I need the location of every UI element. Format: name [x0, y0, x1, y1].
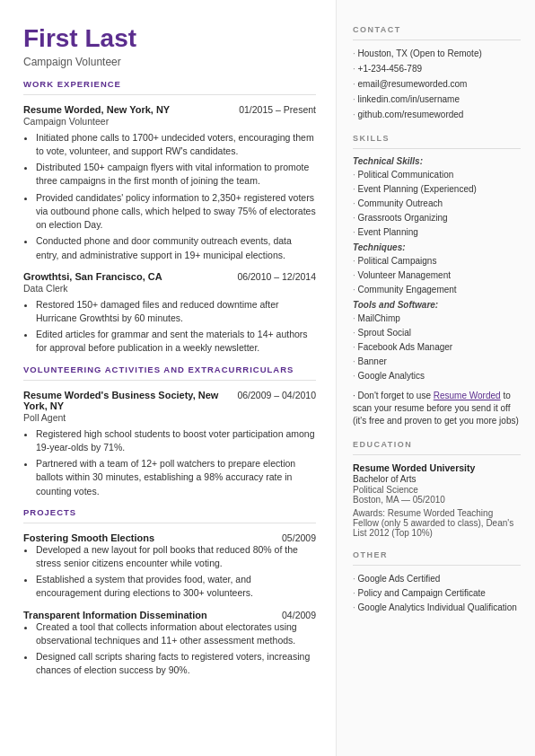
job-2-company: Growthtsi, San Francisco, CA	[23, 271, 162, 282]
project-2-bullet-1: Created a tool that collects information…	[36, 620, 316, 647]
project-2-header: Transparent Information Dissemination 04…	[23, 610, 316, 620]
volunteer-1-position: Poll Agent	[23, 412, 316, 423]
project-2-bullet-2: Designed call scripts sharing facts to r…	[36, 650, 316, 677]
volunteer-1: Resume Worded's Business Society, New Yo…	[23, 390, 316, 498]
job-2-position: Data Clerk	[23, 283, 316, 294]
volunteering-heading: Volunteering Activities and Extracurricu…	[23, 365, 316, 374]
contact-heading: Contact	[353, 25, 521, 34]
project-1: Fostering Smooth Elections 05/2009 Devel…	[23, 532, 316, 601]
resume-worded-note: · Don't forget to use Resume Worded to s…	[353, 390, 521, 427]
project-2-bullets: Created a tool that collects information…	[23, 620, 316, 678]
tool-2: Sprout Social	[353, 327, 521, 339]
education-section: Education Resume Worded University Bache…	[353, 440, 521, 538]
project-1-bullet-1: Developed a new layout for poll books th…	[36, 543, 316, 570]
contact-3: email@resumeworded.com	[353, 78, 521, 91]
contact-4: linkedin.com/in/username	[353, 93, 521, 106]
right-column: Contact Houston, TX (Open to Remote) +1-…	[337, 0, 535, 756]
job-1-bullet-4: Conducted phone and door community outre…	[36, 234, 316, 261]
tech-skill-5: Event Planning	[353, 226, 521, 239]
work-divider	[23, 94, 316, 95]
job-1-bullet-2: Distributed 150+ campaign flyers with vi…	[36, 161, 316, 188]
volunteer-1-bullet-2: Partnered with a team of 12+ poll watche…	[36, 457, 316, 498]
projects-heading: Projects	[23, 507, 316, 517]
edu-degree: Bachelor of Arts	[353, 474, 521, 484]
resume-page: First Last Campaign Volunteer Work Exper…	[0, 0, 535, 756]
technique-3: Community Engagement	[353, 284, 521, 296]
projects-divider	[23, 523, 316, 523]
work-experience-heading: Work Experience	[23, 79, 316, 89]
tools-label: Tools and Software:	[353, 300, 521, 310]
resume-worded-link[interactable]: Resume Worded	[434, 391, 501, 400]
job-2: Growthtsi, San Francisco, CA 06/2010 – 1…	[23, 271, 316, 356]
contact-5: github.com/resumeworded	[353, 109, 521, 121]
tool-1: MailChimp	[353, 312, 521, 325]
contact-section: Contact Houston, TX (Open to Remote) +1-…	[353, 25, 521, 121]
volunteer-1-company: Resume Worded's Business Society, New Yo…	[23, 390, 230, 411]
technique-2: Volunteer Management	[353, 269, 521, 282]
edu-field: Political Science	[353, 485, 521, 495]
job-1-bullets: Initiated phone calls to 1700+ undecided…	[23, 131, 316, 262]
left-column: First Last Campaign Volunteer Work Exper…	[0, 0, 337, 756]
job-2-dates: 06/2010 – 12/2014	[237, 271, 316, 282]
job-2-bullets: Restored 150+ damaged files and reduced …	[23, 298, 316, 356]
contact-1: Houston, TX (Open to Remote)	[353, 48, 521, 60]
volunteer-1-dates: 06/2009 – 04/2010	[237, 390, 316, 400]
technical-label: Technical Skills:	[353, 156, 521, 166]
skills-divider	[353, 148, 521, 149]
volunteer-1-header: Resume Worded's Business Society, New Yo…	[23, 390, 316, 411]
volunteer-1-bullet-1: Registered high school students to boost…	[36, 427, 316, 454]
job-1-dates: 01/2015 – Present	[239, 104, 316, 115]
edu-awards: Awards: Resume Worded Teaching Fellow (o…	[353, 508, 521, 538]
volunteering-divider	[23, 380, 316, 381]
job-1-company: Resume Worded, New York, NY	[23, 104, 170, 115]
technique-1: Political Campaigns	[353, 255, 521, 268]
tech-skill-1: Political Communication	[353, 169, 521, 181]
candidate-title: Campaign Volunteer	[23, 56, 316, 68]
candidate-name: First Last	[23, 25, 316, 53]
contact-2: +1-234-456-789	[353, 63, 521, 75]
education-divider	[353, 454, 521, 455]
job-2-bullet-2: Edited articles for grammar and sent the…	[36, 328, 316, 355]
contact-divider	[353, 40, 521, 40]
other-2: Policy and Campaign Certificate	[353, 587, 521, 600]
tool-4: Banner	[353, 356, 521, 368]
tech-skill-4: Grassroots Organizing	[353, 212, 521, 224]
job-1-bullet-3: Provided candidates' policy information …	[36, 191, 316, 233]
note-prefix: · Don't forget to use	[353, 391, 434, 400]
project-1-bullet-2: Established a system that provides food,…	[36, 573, 316, 600]
other-divider	[353, 565, 521, 566]
job-1-header: Resume Worded, New York, NY 01/2015 – Pr…	[23, 104, 316, 115]
project-2-date: 04/2009	[282, 610, 316, 620]
volunteer-1-bullets: Registered high school students to boost…	[23, 427, 316, 498]
project-1-bullets: Developed a new layout for poll books th…	[23, 543, 316, 601]
tool-3: Facebook Ads Manager	[353, 341, 521, 354]
tech-skill-2: Event Planning (Experienced)	[353, 183, 521, 196]
job-1-position: Campaign Volunteer	[23, 116, 316, 127]
other-heading: Other	[353, 550, 521, 559]
skills-heading: Skills	[353, 134, 521, 143]
tech-skill-3: Community Outreach	[353, 198, 521, 210]
job-1: Resume Worded, New York, NY 01/2015 – Pr…	[23, 104, 316, 262]
education-heading: Education	[353, 440, 521, 449]
tool-5: Google Analytics	[353, 370, 521, 382]
job-1-bullet-1: Initiated phone calls to 1700+ undecided…	[36, 131, 316, 158]
other-3: Google Analytics Individual Qualificatio…	[353, 602, 521, 614]
techniques-label: Techniques:	[353, 242, 521, 252]
other-1: Google Ads Certified	[353, 573, 521, 585]
skills-section: Skills Technical Skills: Political Commu…	[353, 134, 521, 427]
other-section: Other Google Ads Certified Policy and Ca…	[353, 550, 521, 614]
edu-location-date: Boston, MA — 05/2010	[353, 495, 521, 505]
project-2: Transparent Information Dissemination 04…	[23, 610, 316, 678]
project-1-date: 05/2009	[282, 532, 316, 543]
job-2-bullet-1: Restored 150+ damaged files and reduced …	[36, 298, 316, 325]
job-2-header: Growthtsi, San Francisco, CA 06/2010 – 1…	[23, 271, 316, 282]
project-2-name: Transparent Information Dissemination	[23, 610, 207, 620]
project-1-header: Fostering Smooth Elections 05/2009	[23, 532, 316, 543]
project-1-name: Fostering Smooth Elections	[23, 532, 154, 543]
edu-school: Resume Worded University	[353, 462, 521, 473]
